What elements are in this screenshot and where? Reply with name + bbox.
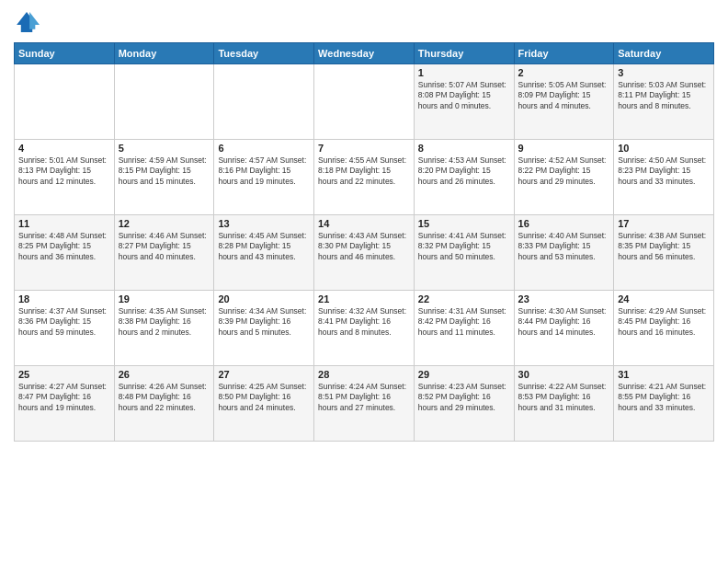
calendar-cell-week4-day0: 18Sunrise: 4:37 AM Sunset: 8:36 PM Dayli…	[15, 291, 115, 366]
day-info: Sunrise: 4:26 AM Sunset: 8:48 PM Dayligh…	[119, 382, 210, 413]
calendar-cell-week2-day3: 7Sunrise: 4:55 AM Sunset: 8:18 PM Daylig…	[314, 140, 415, 215]
calendar-cell-week4-day2: 20Sunrise: 4:34 AM Sunset: 8:39 PM Dayli…	[214, 291, 314, 366]
weekday-header-monday: Monday	[114, 43, 214, 64]
calendar-cell-week5-day1: 26Sunrise: 4:26 AM Sunset: 8:48 PM Dayli…	[114, 366, 214, 442]
day-number: 26	[119, 369, 210, 380]
calendar-cell-week3-day4: 15Sunrise: 4:41 AM Sunset: 8:32 PM Dayli…	[414, 215, 514, 291]
calendar-cell-week1-day6: 3Sunrise: 5:03 AM Sunset: 8:11 PM Daylig…	[614, 64, 714, 140]
day-info: Sunrise: 4:21 AM Sunset: 8:55 PM Dayligh…	[618, 382, 710, 413]
day-info: Sunrise: 4:57 AM Sunset: 8:16 PM Dayligh…	[218, 155, 310, 187]
day-info: Sunrise: 5:07 AM Sunset: 8:08 PM Dayligh…	[418, 80, 510, 111]
day-info: Sunrise: 4:23 AM Sunset: 8:52 PM Dayligh…	[418, 382, 510, 413]
day-number: 19	[119, 293, 210, 304]
day-number: 11	[18, 218, 110, 229]
day-info: Sunrise: 5:01 AM Sunset: 8:13 PM Dayligh…	[18, 155, 110, 187]
calendar-cell-week5-day5: 30Sunrise: 4:22 AM Sunset: 8:53 PM Dayli…	[514, 366, 614, 442]
day-info: Sunrise: 4:55 AM Sunset: 8:18 PM Dayligh…	[318, 155, 410, 187]
day-number: 14	[318, 218, 410, 229]
calendar-cell-week3-day1: 12Sunrise: 4:46 AM Sunset: 8:27 PM Dayli…	[114, 215, 214, 291]
calendar-cell-week1-day4: 1Sunrise: 5:07 AM Sunset: 8:08 PM Daylig…	[414, 64, 514, 140]
day-info: Sunrise: 4:43 AM Sunset: 8:30 PM Dayligh…	[318, 231, 410, 262]
logo-icon	[14, 9, 40, 35]
header	[14, 9, 714, 35]
calendar-cell-week5-day6: 31Sunrise: 4:21 AM Sunset: 8:55 PM Dayli…	[614, 366, 714, 442]
calendar-cell-week4-day5: 23Sunrise: 4:30 AM Sunset: 8:44 PM Dayli…	[514, 291, 614, 366]
day-info: Sunrise: 4:41 AM Sunset: 8:32 PM Dayligh…	[418, 231, 510, 262]
day-number: 7	[318, 143, 410, 154]
day-info: Sunrise: 4:34 AM Sunset: 8:39 PM Dayligh…	[218, 306, 310, 338]
day-info: Sunrise: 4:46 AM Sunset: 8:27 PM Dayligh…	[119, 231, 210, 262]
day-number: 15	[418, 218, 510, 229]
day-number: 3	[618, 67, 710, 78]
day-info: Sunrise: 4:35 AM Sunset: 8:38 PM Dayligh…	[119, 306, 210, 338]
day-info: Sunrise: 4:24 AM Sunset: 8:51 PM Dayligh…	[318, 382, 410, 413]
day-number: 9	[518, 143, 610, 154]
day-info: Sunrise: 4:27 AM Sunset: 8:47 PM Dayligh…	[18, 382, 110, 413]
calendar-week-5: 25Sunrise: 4:27 AM Sunset: 8:47 PM Dayli…	[15, 366, 714, 442]
calendar-cell-week4-day6: 24Sunrise: 4:29 AM Sunset: 8:45 PM Dayli…	[614, 291, 714, 366]
calendar-table: SundayMondayTuesdayWednesdayThursdayFrid…	[14, 42, 714, 442]
day-info: Sunrise: 4:52 AM Sunset: 8:22 PM Dayligh…	[518, 155, 610, 187]
day-number: 27	[218, 369, 310, 380]
day-number: 28	[318, 369, 410, 380]
calendar-cell-week1-day1	[114, 64, 214, 140]
day-info: Sunrise: 4:59 AM Sunset: 8:15 PM Dayligh…	[119, 155, 210, 187]
day-number: 31	[618, 369, 710, 380]
calendar-cell-week4-day3: 21Sunrise: 4:32 AM Sunset: 8:41 PM Dayli…	[314, 291, 415, 366]
calendar-cell-week5-day4: 29Sunrise: 4:23 AM Sunset: 8:52 PM Dayli…	[414, 366, 514, 442]
day-info: Sunrise: 4:30 AM Sunset: 8:44 PM Dayligh…	[518, 306, 610, 338]
day-info: Sunrise: 4:53 AM Sunset: 8:20 PM Dayligh…	[418, 155, 510, 187]
calendar-week-2: 4Sunrise: 5:01 AM Sunset: 8:13 PM Daylig…	[15, 140, 714, 215]
day-number: 12	[119, 218, 210, 229]
svg-marker-1	[29, 12, 40, 29]
calendar-cell-week1-day5: 2Sunrise: 5:05 AM Sunset: 8:09 PM Daylig…	[514, 64, 614, 140]
calendar-cell-week5-day2: 27Sunrise: 4:25 AM Sunset: 8:50 PM Dayli…	[214, 366, 314, 442]
weekday-header-saturday: Saturday	[614, 43, 714, 64]
day-number: 21	[318, 293, 410, 304]
weekday-header-thursday: Thursday	[414, 43, 514, 64]
calendar-cell-week3-day3: 14Sunrise: 4:43 AM Sunset: 8:30 PM Dayli…	[314, 215, 415, 291]
calendar-week-4: 18Sunrise: 4:37 AM Sunset: 8:36 PM Dayli…	[15, 291, 714, 366]
day-info: Sunrise: 4:22 AM Sunset: 8:53 PM Dayligh…	[518, 382, 610, 413]
day-info: Sunrise: 4:25 AM Sunset: 8:50 PM Dayligh…	[218, 382, 310, 413]
day-info: Sunrise: 4:32 AM Sunset: 8:41 PM Dayligh…	[318, 306, 410, 338]
calendar-cell-week3-day2: 13Sunrise: 4:45 AM Sunset: 8:28 PM Dayli…	[214, 215, 314, 291]
weekday-header-wednesday: Wednesday	[314, 43, 415, 64]
day-info: Sunrise: 4:50 AM Sunset: 8:23 PM Dayligh…	[618, 155, 710, 187]
weekday-header-tuesday: Tuesday	[214, 43, 314, 64]
day-number: 6	[218, 143, 310, 154]
weekday-header-friday: Friday	[514, 43, 614, 64]
day-number: 25	[18, 369, 110, 380]
calendar-cell-week5-day3: 28Sunrise: 4:24 AM Sunset: 8:51 PM Dayli…	[314, 366, 415, 442]
day-number: 29	[418, 369, 510, 380]
calendar-week-1: 1Sunrise: 5:07 AM Sunset: 8:08 PM Daylig…	[15, 64, 714, 140]
page: SundayMondayTuesdayWednesdayThursdayFrid…	[0, 0, 728, 563]
day-number: 30	[518, 369, 610, 380]
day-number: 10	[618, 143, 710, 154]
day-info: Sunrise: 4:38 AM Sunset: 8:35 PM Dayligh…	[618, 231, 710, 262]
day-info: Sunrise: 4:48 AM Sunset: 8:25 PM Dayligh…	[18, 231, 110, 262]
calendar-cell-week3-day0: 11Sunrise: 4:48 AM Sunset: 8:25 PM Dayli…	[15, 215, 115, 291]
calendar-cell-week5-day0: 25Sunrise: 4:27 AM Sunset: 8:47 PM Dayli…	[15, 366, 115, 442]
calendar-cell-week1-day3	[314, 64, 415, 140]
day-info: Sunrise: 5:03 AM Sunset: 8:11 PM Dayligh…	[618, 80, 710, 111]
calendar-cell-week2-day1: 5Sunrise: 4:59 AM Sunset: 8:15 PM Daylig…	[114, 140, 214, 215]
calendar-cell-week1-day0	[15, 64, 115, 140]
day-number: 22	[418, 293, 510, 304]
calendar-cell-week3-day5: 16Sunrise: 4:40 AM Sunset: 8:33 PM Dayli…	[514, 215, 614, 291]
logo	[14, 9, 43, 35]
calendar-cell-week2-day6: 10Sunrise: 4:50 AM Sunset: 8:23 PM Dayli…	[614, 140, 714, 215]
day-number: 13	[218, 218, 310, 229]
day-number: 18	[18, 293, 110, 304]
calendar-cell-week2-day2: 6Sunrise: 4:57 AM Sunset: 8:16 PM Daylig…	[214, 140, 314, 215]
day-number: 1	[418, 67, 510, 78]
weekday-header-sunday: Sunday	[15, 43, 115, 64]
day-number: 4	[18, 143, 110, 154]
day-number: 20	[218, 293, 310, 304]
day-info: Sunrise: 4:29 AM Sunset: 8:45 PM Dayligh…	[618, 306, 710, 338]
day-number: 2	[518, 67, 610, 78]
calendar-cell-week4-day4: 22Sunrise: 4:31 AM Sunset: 8:42 PM Dayli…	[414, 291, 514, 366]
day-info: Sunrise: 4:45 AM Sunset: 8:28 PM Dayligh…	[218, 231, 310, 262]
calendar-cell-week2-day0: 4Sunrise: 5:01 AM Sunset: 8:13 PM Daylig…	[15, 140, 115, 215]
calendar-cell-week3-day6: 17Sunrise: 4:38 AM Sunset: 8:35 PM Dayli…	[614, 215, 714, 291]
